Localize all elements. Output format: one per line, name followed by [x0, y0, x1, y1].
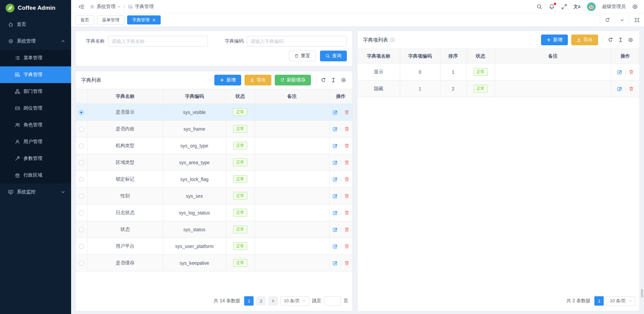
- export-dict-button[interactable]: 导出: [245, 75, 271, 85]
- table-row[interactable]: 隐藏 1 2 正常: [358, 80, 639, 97]
- delete-icon[interactable]: [344, 126, 350, 132]
- tab-dict-mgmt[interactable]: 字典管理: [127, 15, 161, 24]
- delete-icon[interactable]: [344, 143, 350, 148]
- edit-icon[interactable]: [332, 193, 338, 199]
- row-radio[interactable]: [79, 160, 84, 165]
- column-settings-gear-icon[interactable]: [627, 37, 634, 43]
- sidebar-item-dict-mgmt[interactable]: 字典管理: [0, 66, 71, 83]
- row-radio[interactable]: [79, 177, 84, 182]
- table-row[interactable]: 是否显示 sys_visible 正常: [76, 104, 352, 121]
- sidebar-item-monitor[interactable]: 系统监控: [0, 184, 71, 200]
- reload-table-icon[interactable]: [320, 77, 327, 83]
- table-row[interactable]: 性别 sys_sex 正常: [76, 188, 352, 204]
- edit-icon[interactable]: [332, 160, 338, 165]
- table-row[interactable]: 区域类型 sys_area_type 正常: [76, 154, 352, 171]
- edit-icon[interactable]: [332, 210, 338, 215]
- sidebar-item-dept-mgmt[interactable]: 部门管理: [0, 83, 71, 100]
- page-size-select[interactable]: 10 条/页: [606, 296, 635, 306]
- edit-icon[interactable]: [617, 86, 622, 91]
- delete-icon[interactable]: [344, 227, 350, 232]
- edit-icon[interactable]: [332, 227, 338, 232]
- reset-button[interactable]: 重置: [289, 51, 316, 61]
- sidebar-item-param-mgmt[interactable]: 参数管理: [0, 150, 71, 167]
- page-size-select[interactable]: 10 条/页: [280, 296, 309, 306]
- dict-name-input[interactable]: [108, 36, 208, 47]
- tab-options-chevron-icon[interactable]: [614, 13, 629, 26]
- sidebar-item-system[interactable]: 系统管理: [0, 33, 71, 50]
- sidebar-item-region[interactable]: 行政区域: [0, 167, 71, 184]
- sidebar-item-role-mgmt[interactable]: 角色管理: [0, 117, 71, 133]
- tab-close-icon[interactable]: [152, 18, 156, 22]
- row-radio[interactable]: [79, 227, 84, 232]
- row-radio[interactable]: [79, 244, 84, 249]
- row-height-icon[interactable]: [617, 37, 624, 43]
- table-row[interactable]: 是否内嵌 sys_frame 正常: [76, 121, 352, 137]
- app-logo[interactable]: Coffee Admin: [0, 0, 71, 16]
- page-button-1[interactable]: 1: [594, 296, 604, 306]
- edit-icon[interactable]: [617, 69, 622, 75]
- page-button-2[interactable]: 2: [256, 296, 266, 306]
- table-row[interactable]: 锁定标记 sys_lock_flag 正常: [76, 171, 352, 188]
- table-row[interactable]: 显示 0 1 正常: [358, 64, 639, 80]
- delete-icon[interactable]: [344, 244, 350, 249]
- search-icon[interactable]: [536, 4, 542, 10]
- edit-icon[interactable]: [332, 244, 338, 249]
- search-card: 字典名称 字典编码 重置 查询: [76, 31, 352, 66]
- edit-icon[interactable]: [332, 143, 338, 148]
- refresh-cache-button[interactable]: 刷新缓存: [275, 75, 311, 85]
- jump-page-input[interactable]: [324, 296, 341, 306]
- delete-icon[interactable]: [344, 177, 350, 182]
- translate-icon[interactable]: 文A: [574, 4, 581, 10]
- delete-icon[interactable]: [344, 160, 350, 165]
- delete-icon[interactable]: [344, 210, 350, 215]
- row-radio[interactable]: [79, 194, 84, 199]
- fullscreen-icon[interactable]: [561, 4, 567, 10]
- table-row[interactable]: 日志状态 sys_log_status 正常: [76, 204, 352, 221]
- notification-bell-icon[interactable]: [549, 4, 555, 10]
- row-radio[interactable]: [79, 210, 84, 215]
- current-user-name[interactable]: 超级管理员: [602, 4, 626, 10]
- delete-icon[interactable]: [344, 193, 350, 199]
- delete-icon[interactable]: [629, 69, 634, 75]
- edit-icon[interactable]: [332, 110, 338, 115]
- query-button[interactable]: 查询: [320, 51, 347, 61]
- table-row[interactable]: 是否缓存 sys_keepalive 正常: [76, 255, 352, 271]
- table-row[interactable]: 机构类型 sys_org_type 正常: [76, 137, 352, 154]
- maximize-content-icon[interactable]: [629, 13, 644, 26]
- scrollbar-thumb[interactable]: [641, 289, 643, 298]
- add-dict-button[interactable]: 新增: [214, 75, 241, 85]
- sidebar-item-user-mgmt[interactable]: 用户管理: [0, 133, 71, 150]
- edit-icon[interactable]: [332, 260, 338, 266]
- tab-home[interactable]: 首页: [75, 15, 94, 24]
- breadcrumb-system[interactable]: 系统管理: [90, 4, 121, 10]
- col-item-name: 字典项名称: [358, 49, 400, 64]
- delete-icon[interactable]: [344, 110, 350, 115]
- table-row[interactable]: 用户平台 sys_user_platform 正常: [76, 238, 352, 255]
- row-radio[interactable]: [79, 261, 84, 266]
- sidebar-item-post-mgmt[interactable]: 岗位管理: [0, 100, 71, 117]
- refresh-page-icon[interactable]: [600, 13, 614, 26]
- row-height-icon[interactable]: [330, 77, 337, 83]
- delete-icon[interactable]: [344, 260, 350, 266]
- reload-table-icon[interactable]: [607, 37, 614, 43]
- edit-icon[interactable]: [332, 177, 338, 182]
- menu-fold-icon[interactable]: [78, 4, 85, 10]
- delete-icon[interactable]: [629, 86, 634, 91]
- settings-gear-icon[interactable]: [632, 4, 638, 10]
- row-radio[interactable]: [79, 127, 84, 132]
- breadcrumb-dict[interactable]: 字典管理: [128, 4, 154, 10]
- edit-icon[interactable]: [332, 126, 338, 132]
- next-page-button[interactable]: [268, 296, 278, 306]
- add-dict-item-button[interactable]: 新增: [541, 35, 568, 45]
- dict-code-input[interactable]: [247, 36, 347, 47]
- tab-menu-mgmt[interactable]: 菜单管理: [97, 15, 124, 24]
- row-radio[interactable]: [79, 110, 84, 115]
- sidebar-item-menu-mgmt[interactable]: 菜单管理: [0, 50, 71, 66]
- column-settings-gear-icon[interactable]: [340, 77, 347, 83]
- row-radio[interactable]: [79, 143, 84, 148]
- sidebar-item-home[interactable]: 首页: [0, 16, 71, 33]
- avatar[interactable]: [587, 2, 596, 11]
- table-row[interactable]: 状态 sys_status 正常: [76, 221, 352, 238]
- export-dict-item-button[interactable]: 导出: [571, 35, 598, 45]
- page-button-1[interactable]: 1: [244, 296, 254, 306]
